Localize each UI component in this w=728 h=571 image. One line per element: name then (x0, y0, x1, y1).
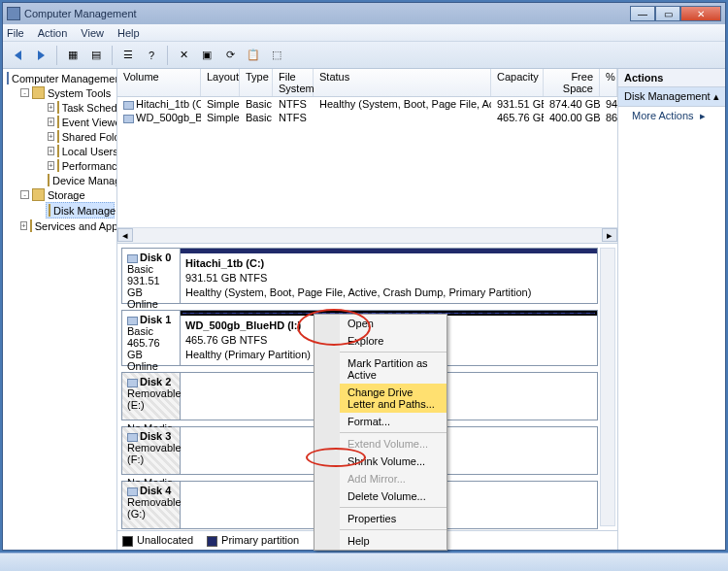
col-status[interactable]: Status (314, 69, 491, 96)
disk-icon (49, 204, 50, 217)
disk-icon (127, 487, 138, 496)
volume-table[interactable]: Volume Layout Type File System Status Ca… (117, 69, 617, 244)
tree-shared-folders[interactable]: +Shared Folders (46, 129, 115, 144)
tree-local-users[interactable]: +Local Users and Groups (46, 144, 115, 158)
actions-header: Actions (618, 69, 725, 87)
toolbar-separator (112, 46, 113, 65)
context-menu: Open Explore Mark Partition as Active Ch… (314, 314, 447, 551)
toolbar: ▦ ▤ ☰ ? ✕ ▣ ⟳ 📋 ⬚ (3, 42, 725, 69)
col-type[interactable]: Type (240, 69, 273, 96)
toolbar-btn-9[interactable]: ⬚ (266, 45, 287, 66)
nav-tree[interactable]: Computer Management (Local -System Tools… (3, 69, 117, 550)
volume-icon (123, 101, 134, 110)
ctx-separator (340, 507, 447, 508)
collapse-icon[interactable]: - (20, 190, 29, 199)
tree-storage[interactable]: -Storage (18, 187, 115, 202)
ctx-explore[interactable]: Explore (340, 332, 447, 350)
expand-icon[interactable]: + (48, 103, 54, 112)
menu-view[interactable]: View (81, 27, 104, 39)
col-capacity[interactable]: Capacity (491, 69, 544, 96)
expand-icon[interactable]: + (48, 161, 54, 170)
disk-block[interactable]: Disk 0 Basic 931.51 GB Online Hitachi_1t… (121, 248, 598, 304)
actions-pane: Actions Disk Management▴ More Actions ▸ (618, 69, 725, 550)
ctx-extend: Extend Volume... (340, 435, 447, 453)
ctx-help[interactable]: Help (340, 532, 447, 550)
maximize-button[interactable]: ▭ (655, 6, 680, 21)
tree-task-scheduler[interactable]: +Task Scheduler (46, 100, 115, 115)
tree-system-tools[interactable]: -System Tools (18, 85, 115, 100)
disk-icon (127, 254, 138, 263)
volume-row[interactable]: Hitachi_1tb (C:) Simple Basic NTFS Healt… (117, 97, 617, 111)
collapse-icon[interactable]: - (20, 88, 29, 97)
swatch-unallocated (122, 536, 133, 547)
device-icon (48, 174, 50, 186)
disk-icon (127, 433, 138, 442)
col-layout[interactable]: Layout (201, 69, 240, 96)
tree-root[interactable]: Computer Management (Local (5, 71, 115, 85)
expand-icon[interactable]: + (48, 118, 54, 126)
close-button[interactable]: ✕ (680, 6, 721, 21)
tree-disk-management[interactable]: Disk Management (46, 202, 115, 218)
storage-icon (32, 188, 45, 201)
computer-icon (7, 72, 9, 84)
toolbar-separator (167, 46, 168, 65)
tree-device-manager[interactable]: Device Manager (46, 173, 115, 187)
col-free[interactable]: Free Space (544, 69, 600, 96)
ctx-properties[interactable]: Properties (340, 510, 447, 527)
window-title: Computer Management (24, 8, 630, 19)
swatch-primary (207, 536, 217, 547)
actions-scope[interactable]: Disk Management▴ (618, 87, 725, 107)
tree-event-viewer[interactable]: +Event Viewer (46, 115, 115, 129)
col-fs[interactable]: File System (273, 69, 314, 96)
toolbar-btn-6[interactable]: ▣ (196, 45, 217, 66)
expand-icon[interactable]: + (48, 147, 54, 155)
toolbar-btn-1[interactable]: ▦ (62, 45, 83, 66)
arrow-right-icon (38, 50, 45, 60)
ctx-shrink[interactable]: Shrink Volume... (340, 453, 447, 470)
volume-row[interactable]: WD_500gb_BlueHD (I:) Simple Basic NTFS 4… (117, 111, 617, 124)
more-actions[interactable]: More Actions ▸ (618, 107, 725, 125)
ctx-change-drive-letter[interactable]: Change Drive Letter and Paths... (340, 384, 447, 413)
ctx-add-mirror: Add Mirror... (340, 470, 447, 487)
v-scrollbar[interactable] (600, 248, 615, 526)
folder-icon (57, 159, 59, 172)
scroll-right-button[interactable]: ▸ (602, 228, 617, 242)
forward-button[interactable] (30, 45, 51, 66)
expand-icon[interactable]: + (48, 132, 54, 141)
h-scrollbar[interactable]: ◂ ▸ (117, 227, 617, 243)
ctx-separator (340, 432, 447, 433)
col-volume[interactable]: Volume (117, 69, 201, 96)
ctx-format[interactable]: Format... (340, 413, 447, 430)
col-pctfree[interactable]: % (600, 69, 617, 96)
toolbar-btn-3[interactable]: ☰ (117, 45, 139, 66)
app-icon (7, 7, 20, 20)
minimize-button[interactable]: — (630, 6, 655, 21)
titlebar[interactable]: Computer Management — ▭ ✕ (3, 3, 725, 24)
services-icon (30, 219, 32, 232)
menu-action[interactable]: Action (38, 27, 68, 39)
ctx-separator (340, 352, 447, 353)
expand-icon[interactable]: + (20, 221, 27, 230)
folder-icon (57, 130, 59, 143)
scroll-left-button[interactable]: ◂ (117, 228, 133, 242)
taskbar[interactable] (0, 553, 728, 571)
menu-file[interactable]: File (7, 27, 24, 39)
menubar: File Action View Help (3, 24, 725, 42)
tree-performance[interactable]: +Performance (46, 158, 115, 173)
folder-icon (57, 116, 59, 128)
disk-icon (127, 317, 138, 325)
toolbar-btn-5[interactable]: ✕ (173, 45, 194, 66)
toolbar-btn-7[interactable]: ⟳ (219, 45, 241, 66)
toolbar-btn-2[interactable]: ▤ (85, 45, 107, 66)
ctx-mark-active[interactable]: Mark Partition as Active (340, 354, 447, 384)
toolbar-btn-4[interactable]: ? (141, 45, 162, 66)
toolbar-btn-8[interactable]: 📋 (243, 45, 264, 66)
tree-services[interactable]: +Services and Applications (18, 218, 115, 233)
toolbar-separator (56, 46, 57, 65)
back-button[interactable] (7, 45, 28, 66)
ctx-delete[interactable]: Delete Volume... (340, 487, 447, 505)
folder-icon (57, 101, 59, 114)
menu-help[interactable]: Help (117, 27, 140, 39)
ctx-open[interactable]: Open (340, 315, 447, 332)
volume-table-header[interactable]: Volume Layout Type File System Status Ca… (117, 69, 617, 97)
